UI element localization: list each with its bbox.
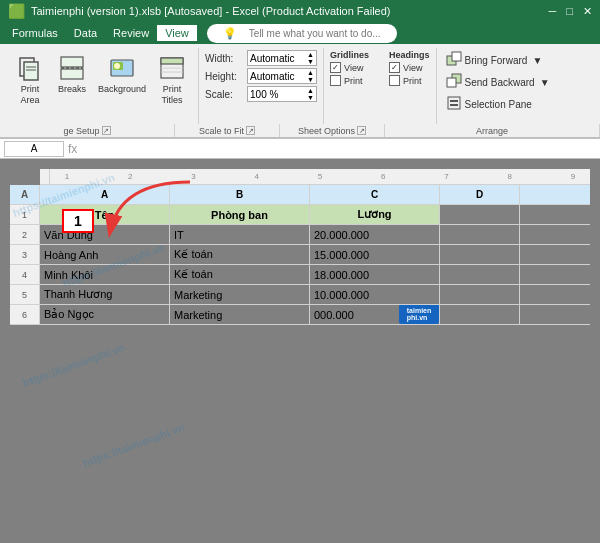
scale-fit-expand[interactable]: ↗ [246, 126, 255, 135]
menu-bar: Formulas Data Review View 💡 [0, 22, 600, 44]
page-setup-label: ge Setup ↗ [0, 124, 175, 137]
bring-forward-label: Bring Forward [465, 55, 528, 66]
send-backward-icon [446, 73, 462, 92]
headings-view-row: View [389, 62, 430, 73]
watermark-4: https://taimienphi.vn [81, 421, 186, 469]
height-input[interactable]: Automatic ▲▼ [247, 68, 317, 84]
print-area-button[interactable]: PrintArea [10, 50, 50, 108]
row-header-3[interactable]: 3 [10, 245, 39, 265]
col-d-header[interactable]: D [440, 185, 520, 204]
breaks-button[interactable]: Breaks [52, 50, 92, 97]
cell-d6[interactable] [440, 305, 520, 324]
menu-review[interactable]: Review [105, 25, 157, 41]
menu-view[interactable]: View [157, 25, 197, 41]
close-btn[interactable]: ✕ [583, 5, 592, 18]
headings-print-row: Print [389, 75, 430, 86]
cell-c2[interactable]: 20.000.000 [310, 225, 440, 244]
print-area-label: PrintArea [20, 84, 39, 106]
breaks-label: Breaks [58, 84, 86, 95]
lightbulb-icon: 💡 [215, 25, 245, 42]
name-box[interactable] [4, 141, 64, 157]
row-header-5[interactable]: 5 [10, 285, 39, 305]
print-titles-button[interactable]: PrintTitles [152, 50, 192, 108]
table-row: Thanh Hương Marketing 10.000.000 [40, 285, 590, 305]
cell-c6[interactable]: 000.000 taimienphi.vn [310, 305, 440, 324]
sheet-options-label: Sheet Options ↗ [280, 124, 385, 137]
svg-rect-1 [24, 62, 38, 80]
cell-c3[interactable]: 15.000.000 [310, 245, 440, 264]
gridlines-print-row: Print [330, 75, 369, 86]
arrange-label: Arrange [385, 124, 600, 137]
cell-a5[interactable]: Thanh Hương [40, 285, 170, 304]
formula-bar: fx [0, 139, 600, 159]
bring-forward-arrow: ▼ [532, 55, 542, 66]
cell-d2[interactable] [440, 225, 520, 244]
cell-d3[interactable] [440, 245, 520, 264]
headings-title: Headings [389, 50, 430, 60]
row-header-1[interactable]: 1 [10, 205, 39, 225]
svg-rect-17 [447, 78, 456, 87]
formula-input[interactable] [81, 143, 596, 154]
background-label: Background [98, 84, 146, 95]
gridlines-print-checkbox[interactable] [330, 75, 341, 86]
bring-forward-button[interactable]: Bring Forward ▼ [443, 50, 553, 71]
headings-print-checkbox[interactable] [389, 75, 400, 86]
menu-formulas[interactable]: Formulas [4, 25, 66, 41]
selection-pane-icon [446, 95, 462, 114]
minimize-btn[interactable]: ─ [549, 5, 557, 18]
cell-b6[interactable]: Marketing [170, 305, 310, 324]
svg-rect-15 [452, 52, 461, 61]
cell-d1[interactable] [440, 205, 520, 224]
page-setup-expand[interactable]: ↗ [102, 126, 111, 135]
tell-me-input[interactable] [249, 28, 389, 39]
send-backward-label: Send Backward [465, 77, 535, 88]
sheet-options-expand[interactable]: ↗ [357, 126, 366, 135]
print-titles-icon [156, 52, 188, 84]
background-icon [106, 52, 138, 84]
row-header-2[interactable]: 2 [10, 225, 39, 245]
gridlines-view-label: View [344, 63, 363, 73]
headings-view-checkbox[interactable] [389, 62, 400, 73]
gridlines-view-checkbox[interactable] [330, 62, 341, 73]
send-backward-button[interactable]: Send Backward ▼ [443, 72, 553, 93]
row-headers: A 1 2 3 4 5 6 [10, 185, 40, 325]
col-c-header[interactable]: C [310, 185, 440, 204]
gridlines-view-row: View [330, 62, 369, 73]
watermark-logo: taimienphi.vn [399, 305, 439, 324]
selection-pane-button[interactable]: Selection Pane [443, 94, 553, 115]
ribbon: PrintArea Breaks Background [0, 44, 600, 139]
watermark-3: https://taimienphi.vn [21, 341, 126, 389]
scale-value: 100 % [250, 89, 278, 100]
menu-data[interactable]: Data [66, 25, 105, 41]
cell-d4[interactable] [440, 265, 520, 284]
cell-a6[interactable]: Bảo Ngọc [40, 305, 170, 324]
row-header-6[interactable]: 6 [10, 305, 39, 325]
title-bar: 🟩 Taimienphi (version 1).xlsb [Autosaved… [0, 0, 600, 22]
table-row: Minh Khôi Kế toán 18.000.000 [40, 265, 590, 285]
headings-print-label: Print [403, 76, 422, 86]
row-header-4[interactable]: 4 [10, 265, 39, 285]
formula-divider: fx [68, 142, 77, 156]
cell-d5[interactable] [440, 285, 520, 304]
scale-arrows[interactable]: ▲▼ [307, 87, 314, 101]
sheet-options-group: Gridlines View Print Headings [324, 48, 437, 124]
cell-c4[interactable]: 18.000.000 [310, 265, 440, 284]
maximize-btn[interactable]: □ [566, 5, 573, 18]
breaks-icon [56, 52, 88, 84]
cell-b5[interactable]: Marketing [170, 285, 310, 304]
headings-view-label: View [403, 63, 422, 73]
width-arrows[interactable]: ▲▼ [307, 51, 314, 65]
window-title: Taimienphi (version 1).xlsb [Autosaved] … [31, 5, 391, 17]
width-label: Width: [205, 53, 243, 64]
width-input[interactable]: Automatic ▲▼ [247, 50, 317, 66]
cell-a4[interactable]: Minh Khôi [40, 265, 170, 284]
height-arrows[interactable]: ▲▼ [307, 69, 314, 83]
background-button[interactable]: Background [94, 50, 150, 97]
cell-b4[interactable]: Kế toán [170, 265, 310, 284]
cell-c5[interactable]: 10.000.000 [310, 285, 440, 304]
red-arrow [90, 177, 210, 249]
cell-c1[interactable]: Lương [310, 205, 440, 224]
send-backward-arrow: ▼ [540, 77, 550, 88]
scale-input[interactable]: 100 % ▲▼ [247, 86, 317, 102]
page-setup-group: PrintArea Breaks Background [4, 48, 199, 124]
